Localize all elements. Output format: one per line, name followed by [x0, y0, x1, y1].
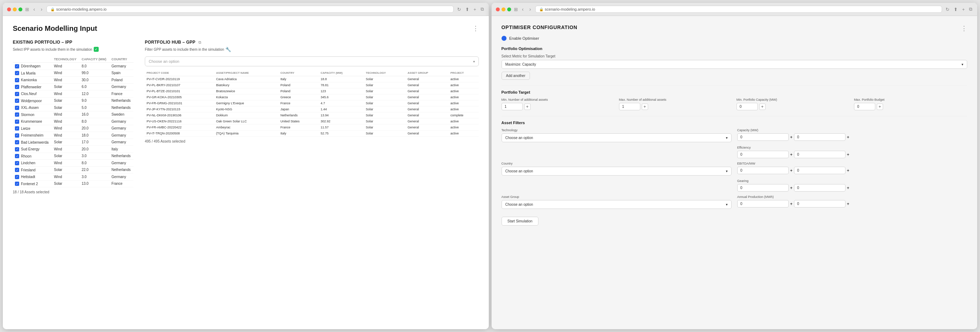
technology-label: Technology — [501, 129, 732, 132]
forward-button[interactable]: › — [40, 6, 44, 13]
efficiency-min[interactable] — [737, 151, 789, 158]
asset-checkbox[interactable] — [15, 140, 19, 145]
technology-dropdown[interactable]: Choose an option ▾ — [501, 133, 732, 142]
gpp-col-project: PROJECT — [449, 70, 479, 76]
new-tab-button-2[interactable]: + — [961, 6, 966, 13]
start-simulation-button[interactable]: Start Simulation — [501, 217, 539, 226]
gpp-technology: Solar — [364, 76, 406, 82]
technology-placeholder: Choose an option — [506, 136, 533, 140]
asset-checkbox[interactable] — [15, 168, 19, 172]
gpp-code: PV-US-OKEN-20221116 — [145, 119, 215, 124]
share-button-2[interactable]: ⬆ — [953, 6, 958, 13]
ebitda-range: + + — [737, 167, 967, 174]
two-panel-layout: EXISTING PORTFOLIO – IPP Select IPP asse… — [13, 40, 479, 194]
efficiency-max[interactable] — [794, 151, 845, 158]
asset-checkbox[interactable] — [15, 106, 19, 110]
close-button[interactable] — [7, 8, 11, 11]
reload-button-2[interactable]: ↻ — [945, 6, 950, 13]
minimize-button[interactable] — [13, 8, 17, 11]
max-additional-assets-value[interactable] — [619, 103, 640, 110]
gpp-project: active — [449, 94, 479, 100]
max-portfolio-budget-increment[interactable]: + — [877, 103, 883, 110]
min-portfolio-cap-input: + — [737, 103, 850, 110]
asset-checkbox[interactable] — [15, 126, 19, 130]
ebitda-filter: EBITDA/MW + + — [737, 162, 967, 176]
minimize-button-2[interactable] — [501, 8, 506, 11]
reload-button-1[interactable]: ↻ — [457, 6, 462, 13]
asset-technology: Wind — [52, 173, 80, 181]
gpp-code: PV-FR-GRMG-20210101 — [145, 100, 215, 106]
gpp-group: General — [406, 113, 449, 119]
gpp-row: PV-IT-TRQN-20200508 (TQA) Tarquinia Ital… — [145, 130, 479, 137]
gpp-name: Biatokury — [215, 82, 278, 88]
asset-checkbox[interactable] — [15, 147, 19, 151]
close-button-2[interactable] — [496, 8, 500, 11]
ebitda-min[interactable] — [737, 167, 789, 174]
capacity-max[interactable] — [794, 133, 845, 141]
country-dropdown[interactable]: Choose an option ▾ — [501, 167, 732, 176]
asset-technology: Solar — [52, 152, 80, 160]
duplicate-button-1[interactable]: ⧉ — [480, 6, 485, 13]
gearing-min[interactable] — [737, 184, 789, 192]
min-portfolio-cap-increment[interactable]: + — [759, 103, 765, 110]
asset-checkbox[interactable] — [15, 161, 19, 165]
asset-row: Lindchen Wind 8.0 Germany — [13, 160, 134, 167]
asset-checkbox[interactable] — [15, 85, 19, 89]
asset-row: Lietze Wind 20.0 Germany — [13, 125, 134, 132]
add-another-button[interactable]: Add another — [501, 71, 530, 80]
asset-checkbox[interactable] — [15, 175, 19, 179]
gpp-filter-dropdown[interactable]: Choose an option ▾ — [145, 56, 479, 66]
asset-checkbox[interactable] — [15, 71, 19, 75]
sidebar-toggle[interactable]: ⊞ — [25, 7, 29, 12]
duplicate-button-2[interactable]: ⧉ — [968, 6, 973, 13]
asset-checkbox[interactable] — [15, 133, 19, 138]
max-additional-assets-increment[interactable]: + — [642, 103, 648, 110]
asset-checkbox[interactable] — [15, 78, 19, 82]
asset-row: Friesland Solar 22.0 Netherlands — [13, 166, 134, 173]
gpp-row: PV-NL-DKKM-20190106 Dokkum Netherlands 1… — [145, 113, 479, 119]
asset-name: Friesland — [21, 168, 35, 172]
max-portfolio-budget-value[interactable] — [854, 103, 875, 110]
back-button-2[interactable]: ‹ — [521, 6, 525, 13]
gpp-assets-table: PROJECT CODE ASSET/PROJECT NAME COUNTRY … — [145, 70, 479, 137]
asset-country: Italy — [109, 146, 134, 153]
sidebar-toggle-2[interactable]: ⊞ — [514, 7, 518, 12]
annual-max[interactable] — [794, 200, 845, 208]
more-options-icon-2[interactable]: ⋮ — [961, 24, 967, 32]
lock-icon-2: 🔒 — [539, 8, 543, 11]
new-tab-button-1[interactable]: + — [473, 6, 477, 13]
asset-checkbox[interactable] — [15, 119, 19, 124]
efficiency-sep: + — [790, 152, 792, 157]
maximize-button[interactable] — [19, 8, 22, 11]
asset-checkbox[interactable] — [15, 64, 19, 68]
gpp-project: active — [449, 76, 479, 82]
asset-group-dropdown[interactable]: Choose an option ▾ — [501, 200, 732, 209]
max-portfolio-budget-field: Max. Portfolio Budget + — [854, 98, 967, 110]
asset-checkbox[interactable] — [15, 92, 19, 96]
asset-name: Krummensee — [21, 119, 42, 124]
capacity-min[interactable] — [737, 133, 789, 141]
asset-name: Lindchen — [21, 161, 35, 165]
traffic-lights-1 — [7, 8, 22, 11]
asset-checkbox[interactable] — [15, 113, 19, 117]
more-options-icon-1[interactable]: ⋮ — [473, 24, 479, 32]
maximize-button-2[interactable] — [507, 8, 511, 11]
asset-checkbox[interactable] — [15, 182, 19, 186]
portfolio-hub-panel: PORTFOLIO HUB – GPP ⧉ Filter GPP assets … — [145, 40, 479, 194]
share-button-1[interactable]: ⬆ — [465, 6, 470, 13]
asset-checkbox[interactable] — [15, 98, 19, 103]
asset-checkbox[interactable] — [15, 154, 19, 158]
gearing-max[interactable] — [794, 184, 845, 192]
min-additional-assets-increment[interactable]: + — [524, 103, 531, 110]
ebitda-max[interactable] — [794, 167, 845, 174]
asset-country: Germany — [109, 118, 134, 125]
annual-label: Annual Production (MWh) — [737, 195, 967, 199]
min-portfolio-cap-value[interactable] — [737, 103, 758, 110]
min-additional-assets-value[interactable] — [501, 103, 523, 110]
asset-row: Woldjerspoor Solar 9.0 Netherlands — [13, 97, 134, 104]
forward-button-2[interactable]: › — [528, 6, 532, 13]
metric-dropdown[interactable]: Maximize: Capacity ▾ — [501, 60, 967, 69]
back-button[interactable]: ‹ — [32, 6, 37, 13]
annual-min[interactable] — [737, 200, 789, 208]
capacity-range: + + — [737, 133, 967, 141]
